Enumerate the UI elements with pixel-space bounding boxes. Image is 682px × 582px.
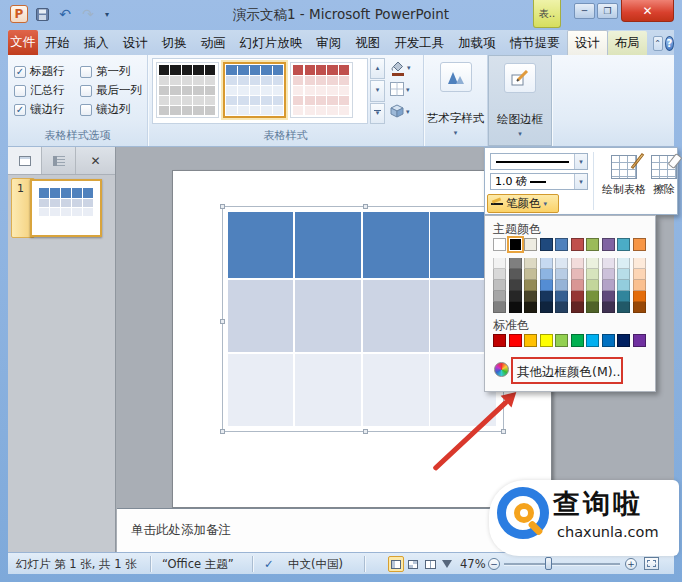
checkbox-icon[interactable]: ✓ <box>14 104 26 116</box>
color-swatch[interactable] <box>524 269 537 280</box>
color-swatch[interactable] <box>571 302 584 313</box>
tab-developer[interactable]: 开发工具 <box>387 31 451 55</box>
resize-handle[interactable] <box>363 204 368 209</box>
color-swatch[interactable] <box>524 334 537 347</box>
color-swatch[interactable] <box>555 258 568 269</box>
checkbox-icon[interactable]: ✓ <box>80 85 92 97</box>
tab-slideshow[interactable]: 幻灯片放映 <box>233 31 310 55</box>
color-swatch[interactable] <box>602 269 615 280</box>
slide-thumbnail-item[interactable]: 1 <box>8 177 116 241</box>
color-swatch[interactable] <box>633 302 646 313</box>
color-swatch[interactable] <box>602 280 615 291</box>
color-swatch[interactable] <box>493 334 506 347</box>
color-swatch[interactable] <box>586 302 599 313</box>
tab-design[interactable]: 设计 <box>116 31 155 55</box>
effects-button[interactable]: ▾ <box>388 101 422 123</box>
table-style-preview-red[interactable] <box>290 62 353 118</box>
color-swatch[interactable] <box>586 334 599 347</box>
color-swatch[interactable] <box>540 334 553 347</box>
color-swatch[interactable] <box>540 269 553 280</box>
color-swatch[interactable] <box>633 269 646 280</box>
close-panel-icon[interactable]: ✕ <box>76 147 115 174</box>
color-swatch[interactable] <box>540 302 553 313</box>
color-swatch[interactable] <box>524 258 537 269</box>
color-swatch[interactable] <box>540 280 553 291</box>
more-border-colors-item[interactable]: 其他边框颜色(M).. <box>485 356 655 386</box>
maximize-button[interactable]: ❐ <box>597 3 618 19</box>
color-swatch[interactable] <box>586 269 599 280</box>
zoom-out-icon[interactable]: − <box>488 558 500 570</box>
spellcheck-icon[interactable]: ✓ <box>264 553 274 575</box>
color-swatch[interactable] <box>571 258 584 269</box>
fit-to-window-icon[interactable] <box>644 557 659 570</box>
pen-weight-dropdown[interactable]: 1.0 磅 ▾ <box>490 173 588 190</box>
table-selection-frame[interactable] <box>222 206 504 432</box>
resize-handle[interactable] <box>220 319 225 324</box>
language-indicator[interactable]: 中文(中国) <box>288 553 343 575</box>
resize-handle[interactable] <box>220 429 225 434</box>
tab-tabletools-layout[interactable]: 布局 <box>608 31 647 55</box>
color-swatch[interactable] <box>509 302 522 313</box>
tab-insert[interactable]: 插入 <box>77 31 116 55</box>
table-style-preview-dark[interactable] <box>156 62 219 118</box>
table-style-preview-blue-selected[interactable] <box>223 62 286 118</box>
color-swatch[interactable] <box>602 291 615 302</box>
color-swatch[interactable] <box>633 238 646 251</box>
tab-home[interactable]: 开始 <box>38 31 77 55</box>
slides-tab[interactable] <box>8 147 42 174</box>
resize-handle[interactable] <box>220 204 225 209</box>
color-swatch[interactable] <box>540 238 553 251</box>
tab-storyboard[interactable]: 情节提要 <box>503 31 567 55</box>
color-swatch[interactable] <box>633 258 646 269</box>
checkbox-banded-columns[interactable]: ✓ 镶边列 <box>80 100 142 119</box>
checkbox-header-row[interactable]: ✓ 标题行 <box>14 62 65 81</box>
zoom-level[interactable]: 47% <box>460 553 486 575</box>
color-swatch[interactable] <box>493 258 506 269</box>
color-swatch[interactable] <box>509 291 522 302</box>
color-swatch[interactable] <box>617 258 630 269</box>
color-swatch[interactable] <box>602 334 615 347</box>
color-swatch[interactable] <box>555 280 568 291</box>
tab-review[interactable]: 审阅 <box>309 31 348 55</box>
color-swatch[interactable] <box>571 238 584 251</box>
color-swatch[interactable] <box>509 334 522 347</box>
checkbox-first-column[interactable]: ✓ 第一列 <box>80 62 142 81</box>
pen-color-button[interactable]: 笔颜色 ▾ <box>487 194 559 213</box>
draw-table-button[interactable]: 绘制表格 <box>597 151 651 211</box>
color-swatch[interactable] <box>571 269 584 280</box>
checkbox-icon[interactable]: ✓ <box>14 85 26 97</box>
color-swatch[interactable] <box>555 238 568 251</box>
zoom-slider-thumb[interactable] <box>545 557 552 570</box>
tab-animations[interactable]: 动画 <box>194 31 233 55</box>
view-sorter-button[interactable] <box>405 556 421 572</box>
color-swatch[interactable] <box>602 258 615 269</box>
color-swatch[interactable] <box>493 238 506 251</box>
color-swatch[interactable] <box>586 291 599 302</box>
slide-table[interactable] <box>228 212 498 426</box>
table-tools-contextual-header[interactable]: 表.. <box>533 0 561 28</box>
gallery-more-icon[interactable]: ▾ <box>370 103 385 124</box>
color-swatch[interactable] <box>617 280 630 291</box>
color-swatch[interactable] <box>493 291 506 302</box>
gallery-scroll-up-icon[interactable]: ▴ <box>370 58 385 79</box>
zoom-slider-track[interactable] <box>504 563 620 565</box>
color-swatch[interactable] <box>555 269 568 280</box>
checkbox-banded-rows[interactable]: ✓ 镶边行 <box>14 100 65 119</box>
color-swatch[interactable] <box>540 258 553 269</box>
color-swatch[interactable] <box>617 334 630 347</box>
slide-thumbnail[interactable] <box>30 179 102 237</box>
checkbox-total-row[interactable]: ✓ 汇总行 <box>14 81 65 100</box>
resize-handle[interactable] <box>363 429 368 434</box>
color-swatch[interactable] <box>633 280 646 291</box>
color-swatch[interactable] <box>524 238 537 251</box>
color-swatch[interactable] <box>509 258 522 269</box>
checkbox-last-column[interactable]: ✓ 最后一列 <box>80 81 142 100</box>
gallery-scroll-down-icon[interactable]: ▾ <box>370 80 385 101</box>
color-swatch[interactable] <box>617 269 630 280</box>
shading-button[interactable]: ▾ <box>388 57 422 79</box>
color-swatch[interactable] <box>493 269 506 280</box>
checkbox-icon[interactable]: ✓ <box>80 66 92 78</box>
outline-tab[interactable] <box>42 147 76 174</box>
color-swatch[interactable] <box>571 280 584 291</box>
zoom-in-icon[interactable]: + <box>625 558 637 570</box>
